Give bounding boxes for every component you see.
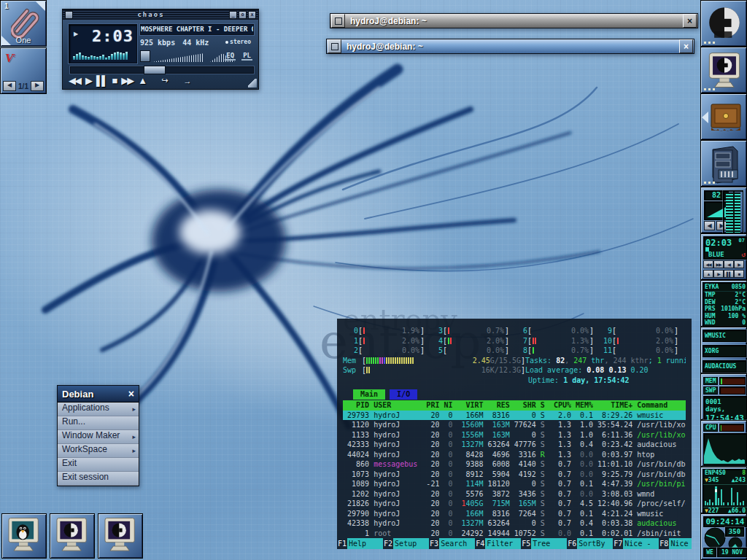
shuffle-button[interactable]: ↪ [161,76,168,85]
process-row[interactable]: 1root200242921494410752S0.00.10:02.01/sb… [343,529,686,539]
menu-item-exit[interactable]: Exit [58,458,139,472]
htop-tab-main[interactable]: Main [353,389,385,400]
fkey-tree[interactable]: F5Tree [521,538,567,549]
column-pid[interactable]: PID [343,400,369,411]
xmms-shade-button[interactable]: o [239,11,247,19]
fkey-nice[interactable]: F7Nice - [613,538,659,549]
dock-appicon-wmaker[interactable] [700,0,747,47]
pager-prev-button[interactable]: ◀ [3,81,16,91]
wmusic-stop-button[interactable]: ■ [734,270,744,278]
prev-button[interactable]: ◀◀ [69,75,80,86]
process-row[interactable]: 42333hydroJ2001327M6326447776S1.30.40:23… [343,440,686,450]
terminal-2-titlebar[interactable]: hydroJ@debian: ~ × [327,39,694,53]
drawer-arrow-icon[interactable] [702,112,708,123]
play-button[interactable]: ▶ [85,75,91,86]
column-mem[interactable]: MEM% [571,400,593,411]
terminal-1-close-button[interactable]: × [683,14,697,28]
dockapp-cpuload[interactable]: CPU [700,420,747,467]
terminal-window-2[interactable]: hydroJ@debian: ~ × [326,39,694,54]
dockapp-mixer[interactable]: 82 ◀ ▶ [700,187,747,233]
xmms-resize-grip[interactable] [248,79,257,88]
wmusic-play-button[interactable]: ▶ [713,270,724,278]
wmusic-prev-track-button[interactable]: ◀◀ [703,260,713,268]
dockapp-wmusic[interactable]: 02:03 07 BLUE ↺ ◀◀▶▶◀▶▲▶▌▌■ [700,233,747,280]
column-command[interactable]: Command [632,400,686,411]
xmms-track-title[interactable]: MOSPHERE CHAPTER I - DEEPER ORL [140,24,254,35]
process-row[interactable]: 1133hydroJ2001556M163M0S1.31.06:11.36/us… [343,430,686,440]
fkey-nice[interactable]: F8Nice + [659,538,692,549]
menu-item-run-[interactable]: Run... [58,416,139,430]
process-row[interactable]: 29790hydroJ200166M83167264S0.70.14:21.24… [343,509,686,519]
menu-item-window-maker[interactable]: Window Maker▸ [58,430,139,444]
terminal-window-1[interactable]: hydroJ@debian: ~ × [330,13,698,28]
process-row[interactable]: 42338hydroJ2001327M632640S0.70.40:03.38a… [343,518,686,529]
xmms-minimize-button[interactable]: _ [229,11,237,19]
process-row[interactable]: 1202hydroJ200557638723436S0.70.03:08.03w… [343,489,686,499]
menu-item-applications[interactable]: Applications▸ [58,402,139,416]
menu-item-exit-session[interactable]: Exit session [58,472,139,486]
pager-next-button[interactable]: ▶ [31,81,44,91]
xmms-spectrum-analyzer[interactable] [73,48,128,60]
pager-appicon[interactable]: V: ◀ 1/1 ▶ [0,47,47,94]
xmms-time[interactable]: 2:03 [92,27,133,45]
process-row[interactable]: 29793hydroJ200166M83160S2.00.18:29.26wmu… [343,411,686,421]
fkey-setup[interactable]: F2Setup [383,538,429,549]
process-row[interactable]: 21826hydroJ2001405G715M165MS0.74.512:40.… [343,499,686,509]
xmms-menu-button[interactable] [65,11,73,19]
fkey-sortby[interactable]: F6SortBy [567,538,613,549]
dock-appicon-drawer[interactable] [700,93,747,140]
fkey-filter[interactable]: F4Filter [475,538,521,549]
dockapp-wmtop[interactable]: WMUSICXORGAUDACIOUS [700,327,747,373]
xmms-eq-button[interactable]: EQ [225,52,236,61]
column-shr[interactable]: SHR [510,400,536,411]
fkey-search[interactable]: F3Search [429,538,475,549]
mixer-prev-button[interactable]: ◀ [704,221,715,230]
xmms-seek-bar[interactable] [70,66,254,74]
xmms-lcd[interactable]: ▶ 2:03 [69,24,137,63]
miniwindow-terminal-tux[interactable] [1,513,47,559]
htop-tab-io[interactable]: I/O [390,389,417,400]
process-row[interactable]: 1089hydroJ-210114M181200S0.70.14:47.39/u… [343,479,686,489]
terminal-2-miniaturize-button[interactable] [328,39,341,53]
next-button[interactable]: ▶▶ [121,75,133,86]
process-row[interactable]: 44024hydroJ200842846963316R1.30.00:03.97… [343,450,686,460]
column-virt[interactable]: VIRT [452,400,483,411]
xmms-close-button[interactable]: x [248,11,256,19]
dock-appicon-filecabinet[interactable] [700,140,747,187]
column-pri[interactable]: PRI [422,400,439,411]
htop-window[interactable]: 0[1.9%]3[0.7%]6[0.0%]9[0.0%]1[2.0%]4[2.0… [337,319,692,549]
column-time[interactable]: TIME+ [593,400,632,411]
wmusic-repeat-icon[interactable]: ↺ [742,251,746,258]
column-user[interactable]: USER [369,400,422,411]
menu-item-workspace[interactable]: WorkSpace▸ [58,444,139,458]
debian-menu-titlebar[interactable]: Debian × [58,386,139,402]
wmusic-next-track-button[interactable]: ▶▶ [713,260,724,268]
xmms-window[interactable]: chaos _ o x ▶ 2:03 MOSPHERE CHAPTER I - … [62,9,259,90]
process-row[interactable]: 1073hydroJ200891259044192S0.70.09:25.79/… [343,470,686,480]
column-res[interactable]: RES [484,400,510,411]
dockapp-clock[interactable]: 09:24:14 350 WE 19 NOV [700,513,747,560]
htop-column-header[interactable]: PIDUSERPRINIVIRTRESSHRSCPU%MEM%TIME+Comm… [343,400,686,411]
xmms-titlebar[interactable]: chaos _ o x [63,9,258,20]
dockapp-wmnd[interactable]: ENP4S0 8 ▼345 ▲243 [700,467,747,513]
wmusic-rewind-button[interactable]: ◀ [724,260,734,268]
terminal-1-titlebar[interactable]: hydroJ@debian: ~ × [330,14,697,28]
terminal-2-close-button[interactable]: × [679,39,693,53]
pause-button[interactable]: ▌▌ [96,75,107,86]
terminal-1-miniaturize-button[interactable] [331,14,345,28]
fkey-help[interactable]: F1Help [337,538,383,549]
process-row[interactable]: 1120hydroJ2001560M163M77624S1.31.035:54.… [343,420,686,430]
dockapp-weather[interactable]: EYKA 0850 TMP2°CDEW2°CPRS1010hPaHUM100 %… [700,280,747,327]
repeat-button[interactable]: → [183,77,191,85]
process-row[interactable]: 860messagebus200938860084140S0.70.011:01… [343,459,686,470]
stop-button[interactable]: ■ [112,75,116,86]
xmms-pl-button[interactable]: PL [241,52,252,61]
wmusic-pause-button[interactable]: ▌▌ [724,270,734,278]
workspace-clip[interactable]: 1 One [0,0,47,47]
miniwindow-terminal-1[interactable] [50,513,95,559]
eject-button[interactable]: ▲ [138,75,146,86]
dockapp-memload[interactable]: MEM SWP 0001 days, 17:54:43 [700,373,747,420]
debian-menu-close-icon[interactable]: × [124,388,139,400]
dock-appicon-terminal[interactable] [700,47,747,93]
wmusic-eject-button[interactable]: ▲ [703,270,713,278]
